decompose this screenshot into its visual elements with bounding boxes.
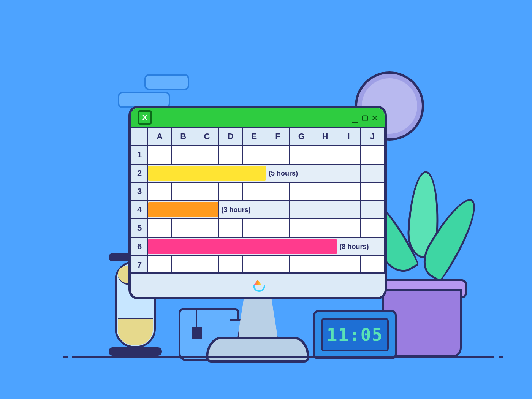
cell[interactable] bbox=[266, 201, 290, 219]
digital-clock-time: 11:05 bbox=[321, 318, 389, 352]
cell[interactable] bbox=[148, 146, 171, 164]
cell[interactable] bbox=[313, 256, 337, 274]
col-header[interactable]: A bbox=[148, 127, 171, 146]
cell[interactable] bbox=[337, 201, 361, 219]
cell[interactable] bbox=[361, 164, 384, 182]
cell[interactable] bbox=[171, 182, 195, 201]
cell[interactable] bbox=[337, 256, 361, 274]
cell[interactable] bbox=[266, 182, 290, 201]
cell[interactable] bbox=[171, 256, 195, 274]
row-header[interactable]: 6 bbox=[131, 238, 148, 256]
cell[interactable] bbox=[361, 256, 384, 274]
digital-clock-icon: 11:05 bbox=[313, 310, 397, 359]
window-controls: _ ▢ ✕ bbox=[352, 112, 378, 122]
cell[interactable] bbox=[337, 146, 361, 164]
cell[interactable] bbox=[313, 219, 337, 237]
row-header[interactable]: 2 bbox=[131, 164, 148, 182]
cell[interactable]: (3 hours) bbox=[219, 201, 266, 219]
col-header[interactable]: H bbox=[313, 127, 337, 146]
maximize-button[interactable]: ▢ bbox=[362, 112, 368, 122]
col-header[interactable]: G bbox=[290, 127, 313, 146]
col-header[interactable]: J bbox=[361, 127, 384, 146]
row-header[interactable]: 5 bbox=[131, 219, 148, 237]
corner-cell[interactable] bbox=[131, 127, 148, 146]
cell[interactable] bbox=[171, 146, 195, 164]
cell[interactable] bbox=[361, 219, 384, 237]
cell[interactable] bbox=[290, 201, 313, 219]
col-header[interactable]: E bbox=[242, 127, 266, 146]
col-header[interactable]: I bbox=[337, 127, 361, 146]
cell[interactable] bbox=[337, 164, 361, 182]
cell[interactable] bbox=[148, 201, 219, 219]
excel-icon: X bbox=[138, 110, 152, 125]
cell[interactable] bbox=[195, 219, 218, 237]
gantt-bar-yellow bbox=[148, 166, 266, 181]
cell[interactable] bbox=[148, 182, 171, 201]
cell[interactable] bbox=[266, 219, 290, 237]
clickup-logo-icon bbox=[252, 280, 264, 292]
cell[interactable] bbox=[361, 146, 384, 164]
cell[interactable] bbox=[313, 182, 337, 201]
cell[interactable] bbox=[313, 201, 337, 219]
cell[interactable] bbox=[290, 219, 313, 237]
cell[interactable] bbox=[361, 201, 384, 219]
cell[interactable] bbox=[337, 182, 361, 201]
col-header[interactable]: C bbox=[195, 127, 218, 146]
cell[interactable] bbox=[290, 182, 313, 201]
monitor-chin bbox=[131, 272, 385, 297]
cell[interactable] bbox=[290, 146, 313, 164]
row-header[interactable]: 7 bbox=[131, 256, 148, 274]
illustration-scene: 11:05 X _ ▢ ✕ A B C bbox=[0, 0, 532, 399]
row-header[interactable]: 3 bbox=[131, 182, 148, 201]
cell[interactable] bbox=[313, 146, 337, 164]
minimize-button[interactable]: _ bbox=[352, 112, 358, 122]
cell[interactable] bbox=[195, 182, 218, 201]
bar-label: (8 hours) bbox=[340, 242, 369, 250]
cell[interactable] bbox=[195, 256, 218, 274]
cell[interactable] bbox=[290, 256, 313, 274]
cell[interactable] bbox=[219, 256, 242, 274]
cell[interactable] bbox=[242, 182, 266, 201]
cell[interactable] bbox=[171, 219, 195, 237]
cell[interactable] bbox=[195, 146, 218, 164]
cell[interactable] bbox=[242, 256, 266, 274]
cell[interactable] bbox=[337, 219, 361, 237]
cell[interactable] bbox=[361, 182, 384, 201]
cell[interactable] bbox=[242, 219, 266, 237]
cell[interactable] bbox=[313, 164, 337, 182]
monitor-screen: X _ ▢ ✕ A B C D E F bbox=[128, 106, 387, 299]
spreadsheet: A B C D E F G H I J 1 bbox=[131, 127, 385, 274]
bar-label: (3 hours) bbox=[222, 206, 251, 214]
close-button[interactable]: ✕ bbox=[372, 112, 378, 122]
cell[interactable] bbox=[266, 256, 290, 274]
col-header[interactable]: F bbox=[266, 127, 290, 146]
cell[interactable] bbox=[148, 219, 171, 237]
bar-label: (5 hours) bbox=[269, 169, 298, 177]
gantt-bar-orange bbox=[148, 202, 218, 217]
cell[interactable] bbox=[266, 146, 290, 164]
monitor-stand-base bbox=[206, 337, 309, 363]
col-header[interactable]: D bbox=[219, 127, 242, 146]
col-header[interactable]: B bbox=[171, 127, 195, 146]
cell[interactable]: (8 hours) bbox=[337, 238, 385, 256]
cell[interactable] bbox=[219, 182, 242, 201]
cell[interactable] bbox=[242, 146, 266, 164]
cell[interactable] bbox=[219, 146, 242, 164]
row-header[interactable]: 1 bbox=[131, 146, 148, 164]
gantt-bar-pink bbox=[148, 239, 337, 254]
spreadsheet-grid: A B C D E F G H I J 1 bbox=[131, 127, 385, 274]
cell[interactable] bbox=[148, 238, 337, 256]
decor-brick bbox=[144, 74, 189, 90]
monitor: X _ ▢ ✕ A B C D E F bbox=[128, 106, 387, 299]
cell[interactable]: (5 hours) bbox=[266, 164, 313, 182]
cell[interactable] bbox=[148, 256, 171, 274]
window-titlebar: X _ ▢ ✕ bbox=[131, 108, 385, 129]
cell[interactable] bbox=[148, 164, 266, 182]
cell[interactable] bbox=[219, 219, 242, 237]
desk-line bbox=[72, 356, 494, 358]
row-header[interactable]: 4 bbox=[131, 201, 148, 219]
